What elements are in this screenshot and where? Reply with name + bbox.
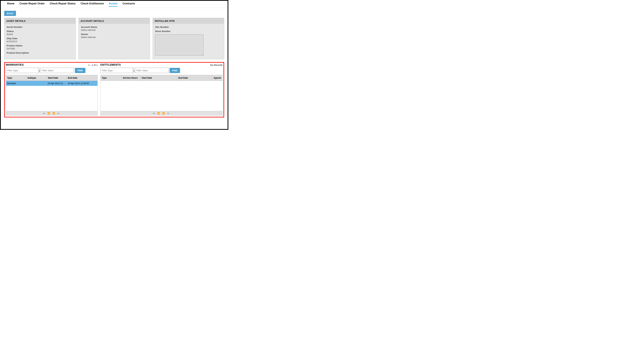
top-nav: Home Create Repair Order Check Repair St… <box>1 1 228 8</box>
site-number-label: Site Number <box>155 26 222 28</box>
warranties-filter-type-input[interactable] <box>6 68 38 73</box>
nav-create-repair-order[interactable]: Create Repair Order <box>20 2 45 6</box>
warranties-col-subtype[interactable]: Subtype <box>26 75 46 81</box>
installed-site-notes[interactable] <box>155 34 204 56</box>
nav-check-entitlement[interactable]: Check Entitlement <box>80 2 104 6</box>
warranties-col-type[interactable]: Type <box>6 75 26 81</box>
pager-next-icon[interactable]: ⏩ <box>162 112 166 114</box>
serial-number-label: Serial Number <box>6 26 73 28</box>
ship-date-value: 4/15/2013 <box>6 40 73 43</box>
warranties-col-end-date[interactable]: End Date <box>67 75 98 81</box>
entitlements-count: No Records <box>210 64 222 66</box>
account-details-panel: ACCOUNT DETAILS Account Name Zebra Inter… <box>78 18 150 59</box>
entitlements-title: ENTITLEMENTS <box>100 63 121 66</box>
status-value: Active <box>6 33 73 36</box>
details-panels: ASSET DETAILS Serial Number Status Activ… <box>4 18 224 59</box>
owner-value: Zebra Internal <box>81 36 148 38</box>
warranties-filter-type-select[interactable]: ⌄ <box>6 68 40 73</box>
ship-date-label: Ship Date <box>6 37 73 40</box>
installed-site-header: INSTALLED SITE <box>153 18 224 24</box>
pager-first-icon[interactable]: ⏮ <box>43 112 46 114</box>
account-name-label: Account Name <box>81 26 148 28</box>
account-name-value: Zebra Internal <box>81 28 148 31</box>
table-row[interactable]: Standard 15-Apr-2013 12:0... 15-Apr-2014… <box>6 81 98 86</box>
warranty-subtype-cell <box>26 81 46 86</box>
pager-last-icon[interactable]: ⏭ <box>167 112 170 114</box>
entitlements-grid: Type Service Hours Start Date End Date A… <box>100 75 222 116</box>
warranties-filter-value-input[interactable] <box>40 68 74 73</box>
warranty-end-cell: 15-Apr-2014 12:00:00 <box>67 81 98 86</box>
chevron-down-icon[interactable]: ⌄ <box>38 68 40 73</box>
asset-details-panel: ASSET DETAILS Serial Number Status Activ… <box>4 18 76 59</box>
back-button[interactable]: BACK <box>4 11 16 16</box>
pager-prev-icon[interactable]: ⏪ <box>157 112 161 114</box>
nav-assets[interactable]: Assets <box>109 2 118 6</box>
entitlements-col-start-date[interactable]: Start Date <box>140 75 177 81</box>
status-label: Status <box>6 30 73 32</box>
warranties-pager: ⏮ ⏪ ⏩ ⏭ <box>6 111 98 116</box>
entitlements-section: ENTITLEMENTS No Records ⌄ FIND Type Serv… <box>100 63 222 116</box>
warranties-title: WARRANTIES <box>6 63 24 66</box>
entitlements-pager: ⏮ ⏪ ⏩ ⏭ <box>100 111 222 116</box>
store-number-label: Store Number <box>155 30 222 32</box>
asset-details-header: ASSET DETAILS <box>4 18 76 24</box>
entitlements-col-type[interactable]: Type <box>100 75 122 81</box>
warranty-type-cell: Standard <box>6 81 26 86</box>
nav-home[interactable]: Home <box>7 2 14 6</box>
pager-prev-icon[interactable]: ⏪ <box>48 112 51 114</box>
warranties-col-start-date[interactable]: Start Date <box>46 75 67 81</box>
entitlements-filter-type-input[interactable] <box>100 68 133 73</box>
highlighted-lower-region: WARRANTIES 1 - 1 of 1 ⌄ FIND Type Subtyp… <box>4 62 224 118</box>
pager-last-icon[interactable]: ⏭ <box>58 112 60 114</box>
product-name-label: Product Name <box>6 44 73 47</box>
chevron-down-icon[interactable]: ⌄ <box>133 68 135 73</box>
warranties-grid: Type Subtype Start Date End Date Standar… <box>6 75 98 116</box>
product-name-value: G47490 <box>6 47 73 50</box>
owner-label: Owner <box>81 33 148 36</box>
warranty-start-cell: 15-Apr-2013 12:0... <box>46 81 67 86</box>
nav-check-repair-status[interactable]: Check Repair Status <box>50 2 76 6</box>
entitlements-filter-value-input[interactable] <box>135 68 168 73</box>
entitlements-col-agreement[interactable]: Agreen <box>212 75 222 81</box>
entitlements-col-end-date[interactable]: End Date <box>177 75 212 81</box>
pager-next-icon[interactable]: ⏩ <box>52 112 56 114</box>
entitlements-find-button[interactable]: FIND <box>170 68 180 73</box>
warranties-section: WARRANTIES 1 - 1 of 1 ⌄ FIND Type Subtyp… <box>6 63 98 116</box>
warranties-find-button[interactable]: FIND <box>75 68 86 73</box>
entitlements-filter-type-select[interactable]: ⌄ <box>100 68 134 73</box>
pager-first-icon[interactable]: ⏮ <box>153 112 156 114</box>
warranties-count: 1 - 1 of 1 <box>88 64 98 66</box>
product-description-label: Product Description <box>6 52 73 54</box>
account-details-header: ACCOUNT DETAILS <box>79 18 150 24</box>
entitlements-col-service-hours[interactable]: Service Hours <box>122 75 140 81</box>
nav-contracts[interactable]: Contracts <box>122 2 135 6</box>
installed-site-panel: INSTALLED SITE Site Number Store Number <box>153 18 224 59</box>
